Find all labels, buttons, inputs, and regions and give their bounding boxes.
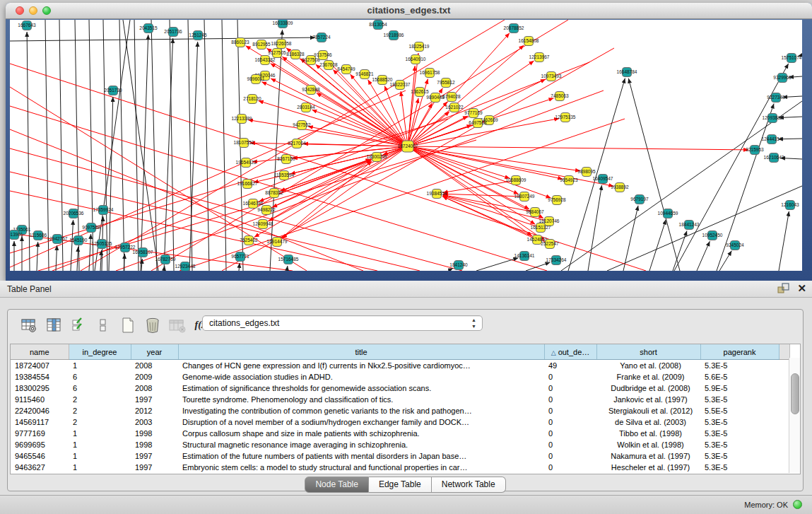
- cell-in_degree[interactable]: 1: [69, 360, 131, 372]
- cell-out_degree[interactable]: 0: [544, 382, 596, 394]
- node-table[interactable]: namein_degreeyeartitle△out_de…shortpager…: [10, 344, 801, 474]
- delete-table-icon[interactable]: [144, 317, 161, 334]
- graph-node-8267150[interactable]: 8267150: [277, 155, 295, 164]
- cell-year[interactable]: 1998: [131, 428, 178, 439]
- graph-node-9146821[interactable]: 9146821: [355, 70, 374, 79]
- tab-network-table[interactable]: Network Table: [432, 477, 506, 493]
- graph-node-9654923[interactable]: 9654923: [560, 176, 578, 185]
- graph-node-16154808[interactable]: 16154808: [519, 37, 539, 46]
- cell-pagerank[interactable]: 5.3E-5: [700, 428, 779, 439]
- cell-title[interactable]: Structural magnetic resonance image aver…: [178, 439, 544, 450]
- cell-out_degree[interactable]: 0: [544, 405, 596, 416]
- table-row[interactable]: 1938455462009Genome-wide association stu…: [11, 371, 789, 382]
- cell-in_degree[interactable]: 1: [69, 462, 131, 473]
- cell-title[interactable]: Estimation of significance thresholds fo…: [178, 382, 544, 394]
- graph-node-9938892[interactable]: 9938892: [611, 183, 629, 192]
- scrollbar-thumb[interactable]: [791, 373, 799, 414]
- graph-node-19166827[interactable]: 19166827: [237, 180, 258, 189]
- cell-name[interactable]: 18724007: [11, 360, 69, 372]
- cell-out_degree[interactable]: 0: [544, 394, 596, 405]
- graph-node-17334264[interactable]: 17334264: [546, 256, 567, 265]
- cell-name[interactable]: 9465546: [11, 450, 69, 462]
- cell-out_degree[interactable]: 0: [544, 416, 596, 428]
- cell-pagerank[interactable]: 5.3E-5: [700, 394, 779, 405]
- cell-year[interactable]: 1998: [131, 439, 178, 450]
- cell-name[interactable]: 22420046: [11, 405, 69, 416]
- graph-node-19218986[interactable]: 19218986: [384, 31, 404, 40]
- graph-node-10688609[interactable]: 10688609: [506, 176, 526, 185]
- graph-node-15751074[interactable]: 15751074: [782, 54, 802, 63]
- graph-node-16914479[interactable]: 16914479: [267, 238, 288, 247]
- graph-node-2718120[interactable]: 2718120: [243, 95, 261, 104]
- cell-title[interactable]: Estimation of the future numbers of pati…: [178, 450, 544, 462]
- cell-out_degree[interactable]: 49: [544, 360, 596, 372]
- graph-node-8878332[interactable]: 8878332: [265, 189, 283, 198]
- graph-node-7955812[interactable]: 7955812: [437, 78, 455, 88]
- graph-node-16640910[interactable]: 16640910: [406, 55, 426, 64]
- cell-short[interactable]: Dudbridge et al. (2008): [596, 382, 700, 394]
- graph-node-9242848[interactable]: 9242848: [302, 86, 320, 95]
- create-table-icon[interactable]: [119, 317, 136, 334]
- tab-node-table[interactable]: Node Table: [305, 477, 369, 493]
- table-row[interactable]: 2242004622012Investigating the contribut…: [11, 405, 789, 416]
- cell-in_degree[interactable]: 2: [69, 416, 131, 428]
- graph-node-18107552[interactable]: 18107552: [234, 139, 254, 148]
- graph-node-16151327[interactable]: 16151327: [531, 223, 551, 233]
- graph-node-12975135[interactable]: 12975135: [555, 113, 576, 122]
- column-header-year[interactable]: year: [131, 344, 178, 360]
- table-row[interactable]: 946362711997Embryonic stem cells: a mode…: [11, 462, 789, 473]
- cell-short[interactable]: Franke et al. (2009): [596, 371, 700, 382]
- graph-node-9245024[interactable]: 9245024: [726, 241, 744, 250]
- cell-name[interactable]: 9463627: [11, 462, 69, 473]
- cell-short[interactable]: Yano et al. (2008): [596, 360, 700, 372]
- tab-edge-table[interactable]: Edge Table: [369, 477, 432, 493]
- cell-year[interactable]: 2003: [131, 416, 178, 428]
- cell-in_degree[interactable]: 6: [69, 382, 131, 394]
- graph-node-8215953[interactable]: 8215953: [746, 146, 764, 155]
- table-row[interactable]: 969969511998Structural magnetic resonanc…: [11, 439, 789, 450]
- memory-status-indicator[interactable]: [793, 500, 802, 509]
- graph-node-9884067[interactable]: 9884067: [526, 208, 544, 217]
- float-window-icon[interactable]: [777, 283, 790, 294]
- graph-node-1667643[interactable]: 1667643: [18, 21, 36, 30]
- table-row[interactable]: 1830029562008Estimation of significance …: [11, 382, 789, 394]
- graph-node-16033809[interactable]: 16033809: [273, 20, 293, 28]
- cell-short[interactable]: Stergiakouli et al. (2012): [596, 405, 700, 416]
- cell-year[interactable]: 2009: [131, 371, 178, 382]
- graph-node-9227343[interactable]: 9227343: [767, 93, 785, 103]
- cell-pagerank[interactable]: 5.5E-5: [700, 405, 779, 416]
- network-canvas[interactable]: 1872400718300295193845548860123891295518…: [10, 20, 802, 271]
- graph-node-3913901[interactable]: 3913901: [10, 230, 23, 240]
- cell-out_degree[interactable]: 0: [544, 371, 596, 382]
- graph-node-9097588[interactable]: 9097588: [82, 223, 100, 233]
- cell-title[interactable]: Disruption of a novel member of a sodium…: [178, 416, 544, 428]
- graph-node-9756928[interactable]: 9756928: [548, 196, 566, 205]
- graph-node-9890448[interactable]: 9890448: [426, 93, 445, 103]
- graph-node-2043515[interactable]: 2043515: [139, 24, 158, 33]
- cell-short[interactable]: Wolkin et al. (1998): [596, 439, 700, 450]
- table-selector-dropdown[interactable]: citations_edges.txt ▲▼: [202, 315, 483, 331]
- cell-year[interactable]: 1997: [131, 462, 178, 473]
- graph-node-12942757[interactable]: 12942757: [47, 235, 68, 244]
- cell-pagerank[interactable]: 5.3E-5: [700, 439, 779, 450]
- graph-node-16958107[interactable]: 16958107: [133, 248, 153, 257]
- graph-node-9329966[interactable]: 9329966: [773, 74, 792, 83]
- cell-in_degree[interactable]: 1: [69, 450, 131, 462]
- cell-title[interactable]: Tourette syndrome. Phenomenology and cla…: [178, 394, 544, 405]
- graph-node-12213389[interactable]: 12213389: [232, 115, 252, 124]
- graph-node-7857224[interactable]: 7857224: [312, 33, 331, 42]
- cell-pagerank[interactable]: 5.9E-5: [700, 382, 779, 394]
- cell-short[interactable]: Hescheler et al. (1997): [596, 462, 700, 473]
- cell-year[interactable]: 1997: [131, 394, 178, 405]
- column-header-out_degree[interactable]: △out_de…: [544, 344, 596, 360]
- graph-node-18325419[interactable]: 18325419: [409, 42, 430, 52]
- column-header-short[interactable]: short: [596, 344, 700, 360]
- table-row[interactable]: 977716911998Corpus callosum shape and si…: [11, 428, 789, 439]
- graph-node-18807249[interactable]: 18807249: [514, 192, 535, 201]
- graph-node-18322037[interactable]: 18322037: [390, 81, 411, 90]
- window-titlebar[interactable]: citations_edges.txt: [6, 3, 812, 19]
- cell-out_degree[interactable]: 0: [544, 439, 596, 450]
- graph-node-19654923[interactable]: 19654923: [236, 158, 257, 168]
- graph-node-9896011[interactable]: 9896011: [247, 75, 265, 84]
- select-all-rows-icon[interactable]: [70, 317, 87, 334]
